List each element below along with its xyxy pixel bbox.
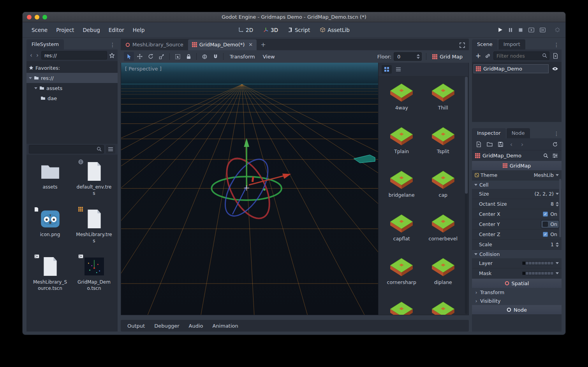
mesh-item[interactable]: Tplain — [381, 124, 423, 167]
chevron-down-icon[interactable] — [556, 174, 559, 176]
perspective-label[interactable]: [ Perspective ] — [125, 66, 162, 72]
scale-value[interactable]: 1 — [551, 242, 559, 247]
mode-2d-button[interactable]: 2D — [235, 25, 257, 35]
mesh-item[interactable]: cap — [423, 167, 464, 211]
category-node[interactable]: Node — [472, 305, 562, 314]
scene-node-row[interactable]: GridMap_Demo — [474, 64, 560, 73]
file-list-view-toggle[interactable] — [106, 145, 115, 154]
bottom-panel-button[interactable]: Output — [123, 321, 149, 331]
center-z-checkbox[interactable]: ✓ On — [541, 231, 559, 238]
tab-scene[interactable]: Scene — [472, 39, 498, 49]
tab-filesystem[interactable]: FileSystem — [26, 39, 64, 49]
mesh-item[interactable]: bridgelane — [381, 167, 423, 211]
bottom-panel-button[interactable]: Animation — [208, 321, 242, 331]
palette-scrollbar-thumb[interactable] — [465, 77, 468, 194]
play-scene-button[interactable] — [528, 28, 534, 32]
favorite-toggle-button[interactable] — [109, 53, 115, 58]
center-y-checkbox[interactable]: On — [541, 221, 559, 228]
nav-forward-button[interactable]: › — [35, 53, 40, 58]
list-view-button[interactable] — [393, 65, 403, 74]
mask-bitmask[interactable] — [522, 272, 559, 275]
history-forward-button[interactable]: › — [519, 141, 526, 148]
add-node-button[interactable]: + — [475, 53, 482, 59]
save-resource-button[interactable] — [497, 142, 504, 147]
close-window-button[interactable] — [27, 15, 32, 19]
tab-node[interactable]: Node — [507, 128, 530, 138]
tree-item-favorites[interactable]: Favorites: — [26, 63, 118, 73]
section-collision[interactable]: Collision — [472, 250, 562, 258]
mesh-item[interactable] — [423, 298, 464, 315]
mesh-item[interactable]: cornerbevel — [423, 211, 464, 254]
tree-item-res-root[interactable]: res:// — [26, 73, 118, 83]
mesh-item[interactable]: 4way — [381, 80, 423, 124]
snap-toggle-button[interactable] — [210, 52, 220, 61]
file-item-icon-png[interactable]: icon.png — [28, 205, 72, 252]
close-tab-icon[interactable]: ✕ — [248, 42, 253, 48]
file-item-meshlibrary-source-tscn[interactable]: MeshLibrary_Source.tscn — [28, 252, 72, 300]
inspector-scrollbar-thumb[interactable] — [559, 179, 561, 237]
checkbox-checked-icon[interactable]: ✓ — [543, 212, 548, 217]
checkbox-unchecked-icon[interactable] — [543, 222, 548, 227]
file-item-assets[interactable]: assets — [28, 157, 72, 205]
filter-nodes-input[interactable] — [493, 51, 549, 60]
teal-mesh-object[interactable] — [354, 155, 375, 163]
category-gridmap[interactable]: GridMap — [472, 161, 562, 170]
3d-viewport[interactable]: [ Perspective ] — [121, 63, 378, 315]
pause-button[interactable] — [508, 28, 513, 32]
visibility-eye-icon[interactable] — [550, 67, 560, 71]
mode-script-button[interactable]: Script — [285, 25, 313, 35]
nav-back-button[interactable]: ‹ — [29, 53, 33, 58]
mode-3d-button[interactable]: 3D — [260, 25, 282, 35]
transform-menu[interactable]: Transform — [226, 52, 259, 61]
path-input[interactable] — [41, 51, 107, 60]
size-value[interactable]: (2, 2, 2) — [534, 191, 559, 197]
stop-button[interactable] — [518, 28, 523, 32]
gridmap-menu-button[interactable]: Grid Map — [429, 52, 466, 61]
lock-selected-button[interactable] — [183, 52, 194, 61]
minimize-window-button[interactable] — [35, 15, 39, 19]
mesh-item[interactable]: cornersharp — [381, 254, 423, 298]
tree-item-assets[interactable]: assets — [26, 83, 118, 93]
mesh-item[interactable]: diplane — [423, 254, 464, 298]
mesh-item[interactable]: Thill — [423, 80, 464, 124]
expand-caret-icon[interactable] — [34, 87, 37, 89]
center-x-checkbox[interactable]: ✓ On — [541, 210, 559, 218]
mode-assetlib-button[interactable]: AssetLib — [317, 25, 353, 35]
layer-bitmask-grid[interactable] — [522, 261, 554, 265]
play-custom-scene-button[interactable] — [540, 28, 546, 32]
section-cell[interactable]: Cell — [472, 180, 562, 189]
mesh-item[interactable] — [381, 298, 423, 315]
move-tool-button[interactable] — [135, 52, 145, 61]
chevron-down-icon[interactable] — [556, 193, 559, 195]
load-resource-button[interactable] — [486, 142, 493, 146]
menu-item[interactable]: Project — [53, 25, 77, 35]
instance-scene-button[interactable] — [484, 53, 491, 59]
mesh-item[interactable]: capflat — [381, 211, 423, 254]
property-search-icon[interactable] — [542, 153, 549, 158]
transform-gizmo[interactable] — [211, 138, 291, 225]
chevron-down-icon[interactable] — [556, 272, 559, 274]
floor-spinbox[interactable]: 0 — [394, 52, 422, 61]
list-select-tool-button[interactable] — [173, 52, 183, 61]
expand-caret-icon[interactable] — [29, 77, 32, 79]
mask-bitmask-grid[interactable] — [522, 272, 554, 275]
file-item-default-env[interactable]: default_env.tres — [72, 157, 116, 205]
spinner-arrows-icon[interactable] — [556, 202, 559, 206]
section-visibility[interactable]: › Visibility — [472, 296, 562, 305]
file-search-input[interactable] — [29, 145, 104, 154]
section-transform[interactable]: › Transform — [472, 288, 562, 296]
zoom-window-button[interactable] — [42, 15, 47, 19]
menu-item[interactable]: Help — [129, 25, 148, 35]
play-button[interactable] — [498, 27, 503, 32]
bottom-panel-button[interactable]: Audio — [185, 321, 208, 331]
distraction-free-icon[interactable] — [456, 42, 468, 50]
menu-item[interactable]: Editor — [105, 25, 128, 35]
view-menu[interactable]: View — [259, 52, 278, 61]
filesystem-menu-dots[interactable]: ⋮ — [107, 42, 118, 49]
thumbnail-view-button[interactable] — [382, 65, 392, 74]
rotate-tool-button[interactable] — [146, 52, 156, 61]
mesh-display-button[interactable] — [199, 52, 209, 61]
tree-item-dae[interactable]: dae — [26, 93, 118, 103]
spinner-arrows-icon[interactable] — [417, 54, 420, 59]
tab-import[interactable]: Import — [498, 39, 525, 49]
